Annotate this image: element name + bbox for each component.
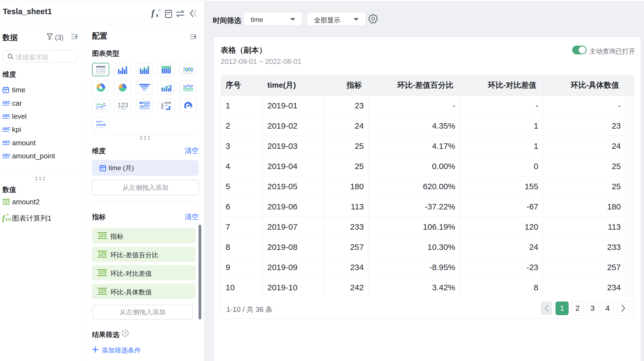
svg-text:word: word xyxy=(105,122,106,127)
svg-text:?: ? xyxy=(124,331,126,336)
svg-text:123: 123 xyxy=(118,102,128,109)
svg-text:cloud: cloud xyxy=(102,121,105,122)
svg-text:cloud: cloud xyxy=(96,123,106,127)
svg-text:word cloud: word cloud xyxy=(96,126,104,128)
